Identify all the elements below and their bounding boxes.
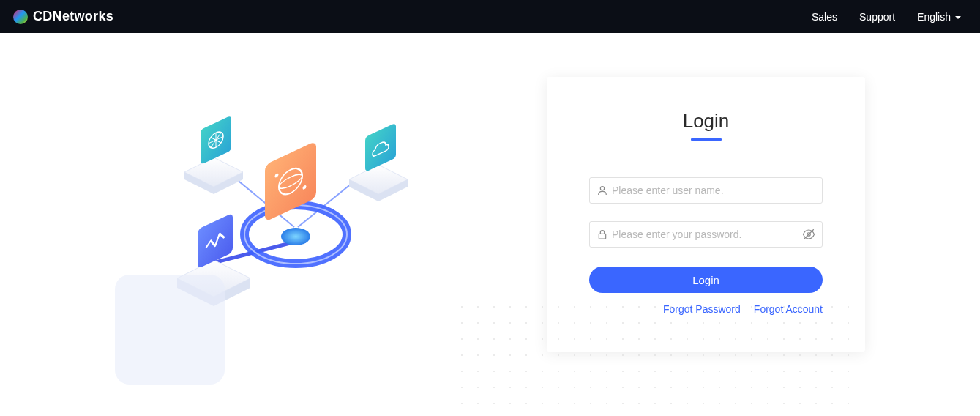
login-title: Login [589,110,823,133]
password-group [589,221,823,248]
brand-name: CDNetworks [33,9,113,24]
logo-icon [13,10,28,24]
sales-label: Sales [812,11,837,23]
svg-point-16 [600,187,604,190]
login-button[interactable]: Login [589,267,823,293]
chevron-down-icon [955,16,961,19]
login-links: Forgot Password Forgot Account [589,303,823,315]
sales-link[interactable]: Sales [812,11,837,23]
svg-rect-17 [599,234,605,239]
forgot-account-link[interactable]: Forgot Account [754,303,823,315]
language-label: English [917,11,951,23]
header-nav: Sales Support English [812,11,961,23]
svg-rect-9 [365,122,396,172]
network-illustration [115,106,437,370]
support-link[interactable]: Support [859,11,895,23]
main-content: Login Login Forgot Password For [0,33,980,370]
app-header: CDNetworks Sales Support English [0,0,980,33]
password-input[interactable] [589,221,823,248]
username-input[interactable] [589,177,823,204]
user-icon [596,185,608,196]
support-label: Support [859,11,895,23]
forgot-password-link[interactable]: Forgot Password [663,303,741,315]
username-group [589,177,823,204]
svg-point-2 [281,228,310,245]
login-card: Login Login Forgot Password For [547,77,865,352]
brand-logo[interactable]: CDNetworks [13,9,113,24]
title-underline [691,138,722,141]
lock-icon [596,229,608,240]
eye-off-icon[interactable] [802,228,815,241]
bg-shape [115,275,225,385]
language-dropdown[interactable]: English [917,11,961,23]
